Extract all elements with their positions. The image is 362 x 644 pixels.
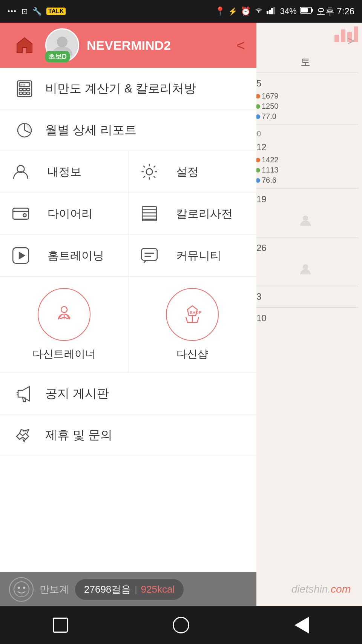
svg-rect-24 xyxy=(142,206,156,221)
play-icon xyxy=(8,242,34,269)
nav-home-button[interactable] xyxy=(166,610,196,640)
svg-rect-5 xyxy=(311,9,313,12)
circle-cell-trainer[interactable]: 다신트레이너 xyxy=(0,277,129,373)
cal-date-12: 12 xyxy=(253,140,358,155)
menu-label-partnership: 제휴 및 문의 xyxy=(45,427,112,444)
pedometer-label: 만보계 xyxy=(40,583,69,596)
back-triangle-icon xyxy=(295,617,309,633)
trainer-circle-icon xyxy=(38,288,90,341)
calendar-week-2: 00 12 1422 1113 76.6 xyxy=(249,125,362,188)
menu-row-info-settings: 내정보 설정 xyxy=(0,151,256,193)
circle-label-shop: 다신샵 xyxy=(176,347,208,361)
svg-rect-12 xyxy=(19,88,22,91)
wallet-icon xyxy=(8,200,34,227)
menu-label-community: 커뮤니티 xyxy=(176,248,221,263)
calendar-panel: > 토 5 1679 1250 77.0 00 12 1422 1113 xyxy=(249,23,362,644)
bluetooth-icon: ⚡ xyxy=(228,7,238,16)
svg-point-21 xyxy=(146,169,152,175)
pedometer-stats: 27698걸음 | 925kcal xyxy=(75,579,184,600)
menu-row-training-community: 홈트레이닝 커뮤니티 xyxy=(0,235,256,277)
pedometer-kcal: 925kcal xyxy=(141,584,175,595)
menu-cell-home-training[interactable]: 홈트레이닝 xyxy=(0,235,129,276)
wifi-icon xyxy=(254,6,264,17)
menu-item-obesity-calculator[interactable]: 876 비만도 계산기 & 칼로리처방 xyxy=(0,68,256,109)
nav-square-button[interactable] xyxy=(45,610,75,640)
calendar-day-header: 토 xyxy=(249,52,362,72)
svg-text:876: 876 xyxy=(20,83,26,87)
cal-entry-blue-1: 77.0 xyxy=(253,111,358,122)
cal-date-26: 26 xyxy=(253,240,358,256)
svg-rect-16 xyxy=(23,92,26,94)
svg-marker-38 xyxy=(18,387,29,401)
cal-date-19: 19 xyxy=(253,192,358,207)
back-arrow-button[interactable]: < xyxy=(236,37,245,54)
svg-rect-31 xyxy=(141,248,157,260)
signal-icon xyxy=(267,6,277,17)
navigation-bar xyxy=(0,606,362,644)
menu-item-monthly-report[interactable]: 월별 상세 리포트 xyxy=(0,109,256,151)
time-display: 오후 7:26 xyxy=(316,5,354,17)
svg-point-7 xyxy=(303,216,308,221)
svg-rect-6 xyxy=(301,8,308,12)
books-icon xyxy=(136,200,163,227)
shop-circle-icon: SHOP xyxy=(166,288,219,341)
battery-icon xyxy=(300,6,313,16)
svg-rect-15 xyxy=(19,92,22,94)
svg-point-9 xyxy=(57,37,67,47)
circle-row: 다신트레이너 SHOP 다신샵 xyxy=(0,277,256,373)
circle-icon xyxy=(173,617,189,633)
cal-entry-green-1: 1250 xyxy=(253,101,358,111)
status-bar: ••• ⊡ 🔧 TALK 📍 ⚡ ⏰ 34% xyxy=(0,0,362,23)
svg-rect-13 xyxy=(23,88,26,91)
megaphone-icon xyxy=(11,381,38,407)
svg-rect-0 xyxy=(267,11,268,14)
avatar: 초보D xyxy=(45,28,79,62)
battery-text: 34% xyxy=(280,6,297,16)
menu-cell-settings[interactable]: 설정 xyxy=(129,151,257,193)
menu-cell-my-info[interactable]: 내정보 xyxy=(0,151,129,193)
cal-entry-orange-2: 1422 xyxy=(253,155,358,165)
svg-rect-14 xyxy=(27,88,30,91)
drawer-menu: 초보D NEVERMIND2 < 876 비만도 계산기 & 칼로리처방 xyxy=(0,23,256,644)
menu-label-obesity-calculator: 비만도 계산기 & 칼로리처방 xyxy=(45,80,196,97)
menu-cell-diary[interactable]: 다이어리 xyxy=(0,193,129,234)
menu-dots-icon: ••• xyxy=(8,8,17,15)
svg-rect-3 xyxy=(273,7,275,14)
home-button[interactable] xyxy=(11,32,38,59)
menu-label-home-training: 홈트레이닝 xyxy=(48,248,104,263)
notification-icon: ⊡ xyxy=(21,7,28,16)
calendar-week-4: 26 xyxy=(249,237,362,286)
chart-icon xyxy=(334,26,358,42)
drawer-header: 초보D NEVERMIND2 < xyxy=(0,23,256,68)
calendar-week-6: 10 xyxy=(249,308,362,329)
menu-row-diary-calorie: 다이어리 칼로리사전 xyxy=(0,193,256,235)
cal-date-5: 5 xyxy=(253,76,358,91)
cal-entry-green-2: 1113 xyxy=(253,165,358,175)
pedometer-bar[interactable]: 만보계 27698걸음 | 925kcal xyxy=(0,572,256,606)
menu-cell-community[interactable]: 커뮤니티 xyxy=(129,235,257,276)
status-icons-left: ••• ⊡ 🔧 TALK xyxy=(8,7,66,16)
menu-item-partnership[interactable]: 제휴 및 문의 xyxy=(0,414,256,456)
menu-cell-calorie-dict[interactable]: 칼로리사전 xyxy=(129,193,257,234)
square-icon xyxy=(53,618,68,633)
svg-point-43 xyxy=(23,587,25,589)
circle-label-trainer: 다신트레이너 xyxy=(32,347,96,361)
nav-back-button[interactable] xyxy=(287,610,317,640)
svg-marker-30 xyxy=(19,252,26,260)
svg-rect-22 xyxy=(13,208,29,219)
cal-entry-orange-1: 1679 xyxy=(253,91,358,101)
gear-icon xyxy=(136,159,163,185)
username-label: NEVERMIND2 xyxy=(87,38,229,53)
menu-item-notice[interactable]: 공지 게시판 xyxy=(0,373,256,414)
chat-icon xyxy=(136,242,163,269)
svg-text:SHOP: SHOP xyxy=(190,310,201,315)
calendar-week-3: 19 xyxy=(249,189,362,237)
menu-label-settings: 설정 xyxy=(176,164,199,180)
circle-cell-shop[interactable]: SHOP 다신샵 xyxy=(129,277,257,373)
svg-point-23 xyxy=(23,214,26,217)
cal-date-10: 10 xyxy=(253,311,358,326)
pedometer-steps: 27698걸음 xyxy=(84,583,131,596)
svg-rect-1 xyxy=(269,10,271,14)
pedometer-divider: | xyxy=(135,584,137,595)
handshake-icon xyxy=(11,422,38,448)
